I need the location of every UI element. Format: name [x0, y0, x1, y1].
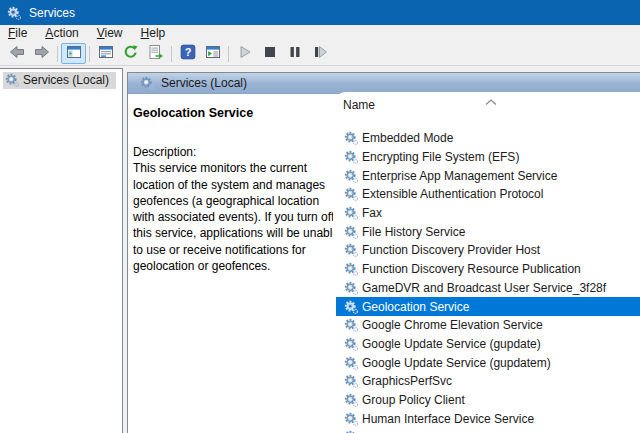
service-row[interactable]: Extensible Authentication Protocol	[336, 185, 640, 204]
menu-bar: File Action View Help	[0, 25, 640, 42]
service-row[interactable]: Function Discovery Provider Host	[336, 241, 640, 260]
forward-arrow-icon	[34, 44, 50, 63]
export-list-icon	[148, 44, 164, 63]
console-tree-panel: Services (Local)	[0, 68, 123, 433]
svg-text:?: ?	[184, 46, 191, 58]
service-name: Fax	[362, 206, 382, 220]
restart-service-button[interactable]	[307, 43, 332, 64]
toolbar-separator	[57, 46, 58, 62]
show-console-tree-button[interactable]	[61, 43, 86, 64]
service-row[interactable]: Google Update Service (gupdate)	[336, 335, 640, 354]
service-gear-icon	[344, 150, 358, 164]
service-row[interactable]: Enterprise App Management Service	[336, 166, 640, 185]
service-row[interactable]: Google Chrome Elevation Service	[336, 316, 640, 335]
restart-icon	[312, 44, 328, 63]
description-text: This service monitors the current locati…	[133, 161, 339, 273]
help-button[interactable]: ?	[175, 43, 200, 64]
service-row[interactable]: File History Service	[336, 222, 640, 241]
service-name: Embedded Mode	[362, 131, 453, 145]
service-row[interactable]: Group Policy Client	[336, 391, 640, 410]
menu-action[interactable]: Action	[45, 25, 87, 42]
services-window: Services File Action View Help	[0, 0, 640, 433]
console-tree-icon	[66, 44, 82, 63]
service-row-partial[interactable]	[336, 428, 640, 433]
service-name: Google Update Service (gupdate)	[362, 337, 541, 351]
pane-header-label: Services (Local)	[161, 76, 247, 90]
service-gear-icon	[344, 300, 358, 314]
service-row[interactable]: Google Update Service (gupdatem)	[336, 353, 640, 372]
show-extended-view-button[interactable]	[200, 43, 225, 64]
back-arrow-icon	[9, 44, 25, 63]
toolbar-separator	[89, 46, 90, 62]
sort-ascending-chevron-icon	[485, 95, 497, 109]
forward-button[interactable]	[29, 43, 54, 64]
services-gear-icon	[140, 76, 154, 90]
service-name: Function Discovery Provider Host	[362, 243, 540, 257]
stop-service-button[interactable]	[257, 43, 282, 64]
service-row[interactable]: Geolocation Service	[336, 297, 640, 316]
refresh-button[interactable]	[118, 43, 143, 64]
toolbar: ?	[0, 42, 640, 66]
service-gear-icon	[344, 356, 358, 370]
menu-view[interactable]: View	[97, 25, 132, 42]
pause-icon	[287, 44, 303, 63]
service-gear-icon	[344, 318, 358, 332]
service-row[interactable]: GraphicsPerfSvc	[336, 372, 640, 391]
service-name: Geolocation Service	[362, 300, 469, 314]
services-list-panel: Name Embedded Mode Encrypting File Syste…	[333, 92, 640, 433]
service-gear-icon	[344, 281, 358, 295]
stop-icon	[262, 44, 278, 63]
service-gear-icon	[344, 131, 358, 145]
service-name: Encrypting File System (EFS)	[362, 150, 519, 164]
menu-file[interactable]: File	[8, 25, 36, 42]
selected-service-title: Geolocation Service	[133, 106, 253, 120]
export-list-button[interactable]	[143, 43, 168, 64]
service-name: File History Service	[362, 225, 465, 239]
tree-item-label: Services (Local)	[23, 73, 109, 87]
service-gear-icon	[344, 206, 358, 220]
service-gear-icon	[344, 374, 358, 388]
service-gear-icon	[344, 262, 358, 276]
service-description: Description: This service monitors the c…	[133, 144, 341, 274]
title-bar[interactable]: Services	[0, 0, 640, 25]
tree-item-services-local[interactable]: Services (Local)	[3, 72, 116, 89]
refresh-icon	[123, 44, 139, 63]
services-gear-icon	[5, 73, 19, 87]
toolbar-separator	[228, 46, 229, 62]
start-service-button[interactable]	[232, 43, 257, 64]
column-header-name[interactable]: Name	[343, 98, 375, 112]
extended-view-pane: Services (Local) Geolocation Service Des…	[127, 72, 640, 433]
service-row[interactable]: GameDVR and Broadcast User Service_3f28f	[336, 279, 640, 298]
service-row[interactable]: Function Discovery Resource Publication	[336, 260, 640, 279]
service-name: GameDVR and Broadcast User Service_3f28f	[362, 281, 606, 295]
services-app-icon	[7, 6, 21, 20]
services-list: Embedded Mode Encrypting File System (EF…	[336, 129, 640, 433]
service-name: Human Interface Device Service	[362, 412, 534, 426]
service-gear-icon	[344, 243, 358, 257]
properties-window-icon	[98, 44, 114, 63]
play-icon	[237, 44, 253, 63]
service-row[interactable]: Encrypting File System (EFS)	[336, 148, 640, 167]
description-label: Description:	[133, 145, 196, 159]
service-gear-icon	[344, 412, 358, 426]
service-gear-icon	[344, 169, 358, 183]
service-row[interactable]: Fax	[336, 204, 640, 223]
service-row[interactable]: Human Interface Device Service	[336, 409, 640, 428]
properties-button[interactable]	[93, 43, 118, 64]
pane-header: Services (Local)	[128, 73, 640, 94]
extended-view-icon	[205, 44, 221, 63]
menu-help[interactable]: Help	[141, 25, 175, 42]
service-name: Google Chrome Elevation Service	[362, 318, 543, 332]
service-gear-icon	[344, 187, 358, 201]
window-title: Services	[29, 6, 75, 20]
service-gear-icon	[344, 393, 358, 407]
service-row[interactable]: Embedded Mode	[336, 129, 640, 148]
service-name: Google Update Service (gupdatem)	[362, 356, 551, 370]
console-content: Services (Local) Services (Local) Geoloc…	[0, 66, 640, 433]
service-gear-icon	[344, 337, 358, 351]
service-name: Enterprise App Management Service	[362, 169, 557, 183]
help-icon: ?	[180, 44, 196, 63]
back-button[interactable]	[4, 43, 29, 64]
pause-service-button[interactable]	[282, 43, 307, 64]
service-name: Function Discovery Resource Publication	[362, 262, 581, 276]
